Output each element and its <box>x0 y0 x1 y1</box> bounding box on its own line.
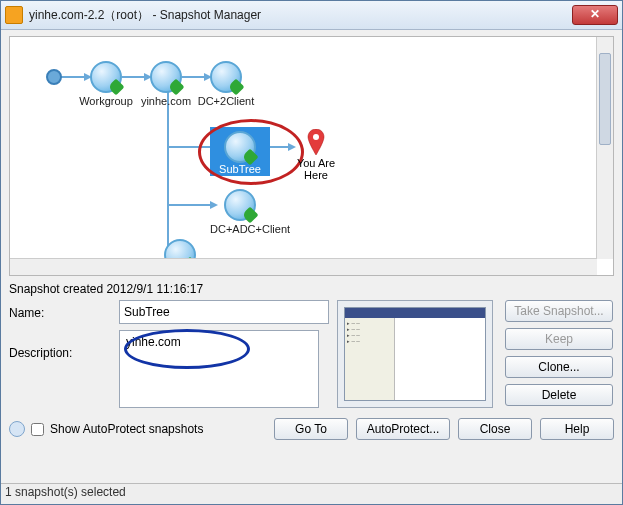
snapshot-thumbnail: ▸ ─ ─▸ ─ ─▸ ─ ─▸ ─ ─ <box>337 300 493 408</box>
scrollbar-thumb[interactable] <box>599 53 611 145</box>
help-button[interactable]: Help <box>540 418 614 440</box>
snapshot-label: DC+ADC+Client <box>210 223 270 235</box>
window-close-button[interactable]: ✕ <box>572 5 618 25</box>
snapshot-node-dcadcclient[interactable]: DC+ADC+Client <box>210 189 270 235</box>
snapshot-description-box[interactable]: yinhe.com <box>119 330 319 408</box>
snapshot-label: DC+2Client <box>196 95 256 107</box>
snapshot-node-subtree[interactable]: SubTree <box>210 127 270 176</box>
autoprotect-button[interactable]: AutoProtect... <box>356 418 450 440</box>
snapshot-icon <box>224 131 256 163</box>
snapshot-label: Workgroup <box>76 95 136 107</box>
clone-button[interactable]: Clone... <box>505 356 613 378</box>
app-icon <box>5 6 23 24</box>
snapshot-node-dc2client[interactable]: DC+2Client <box>196 61 256 107</box>
name-label: Name: <box>9 306 119 320</box>
keep-button[interactable]: Keep <box>505 328 613 350</box>
take-snapshot-button[interactable]: Take Snapshot... <box>505 300 613 322</box>
snapshot-icon <box>150 61 182 93</box>
go-to-button[interactable]: Go To <box>274 418 348 440</box>
snapshot-icon <box>224 189 256 221</box>
status-text: 1 snapshot(s) selected <box>5 485 126 499</box>
show-autoprotect-label: Show AutoProtect snapshots <box>50 422 203 436</box>
snapshot-description-text: yinhe.com <box>126 335 181 349</box>
svg-point-10 <box>313 134 319 140</box>
you-are-here-label: You Are Here <box>288 157 344 181</box>
tree-root-dot <box>46 69 62 85</box>
snapshot-manager-window: yinhe.com-2.2（root） - Snapshot Manager ✕ <box>0 0 623 505</box>
snapshot-node-workgroup[interactable]: Workgroup <box>76 61 136 107</box>
close-button[interactable]: Close <box>458 418 532 440</box>
window-title: yinhe.com-2.2（root） - Snapshot Manager <box>29 7 572 24</box>
show-autoprotect-checkbox[interactable] <box>31 423 44 436</box>
snapshot-icon <box>90 61 122 93</box>
titlebar: yinhe.com-2.2（root） - Snapshot Manager ✕ <box>1 1 622 30</box>
snapshot-tree[interactable]: Workgroup yinhe.com DC+2Client SubTree <box>10 37 597 259</box>
dialog-footer: Show AutoProtect snapshots Go To AutoPro… <box>9 418 614 440</box>
snapshot-label: SubTree <box>210 163 270 175</box>
status-bar: 1 snapshot(s) selected <box>1 483 622 504</box>
snapshot-details: Snapshot created 2012/9/1 11:16:17 Name:… <box>9 282 614 408</box>
tree-scrollbar-vertical[interactable] <box>596 37 613 259</box>
description-label: Description: <box>9 346 119 360</box>
snapshot-node-yinhe[interactable]: yinhe.com <box>136 61 196 107</box>
snapshot-name-input[interactable] <box>119 300 329 324</box>
snapshot-created-label: Snapshot created 2012/9/1 11:16:17 <box>9 282 614 296</box>
content-area: Workgroup yinhe.com DC+2Client SubTree <box>1 30 622 483</box>
delete-button[interactable]: Delete <box>505 384 613 406</box>
info-icon <box>9 421 25 437</box>
snapshot-tree-panel: Workgroup yinhe.com DC+2Client SubTree <box>9 36 614 276</box>
snapshot-icon <box>210 61 242 93</box>
thumbnail-preview: ▸ ─ ─▸ ─ ─▸ ─ ─▸ ─ ─ <box>344 307 486 401</box>
tree-scrollbar-horizontal[interactable] <box>10 258 597 275</box>
snapshot-label: yinhe.com <box>136 95 196 107</box>
pin-icon <box>307 129 325 155</box>
you-are-here-marker[interactable]: You Are Here <box>288 129 344 181</box>
